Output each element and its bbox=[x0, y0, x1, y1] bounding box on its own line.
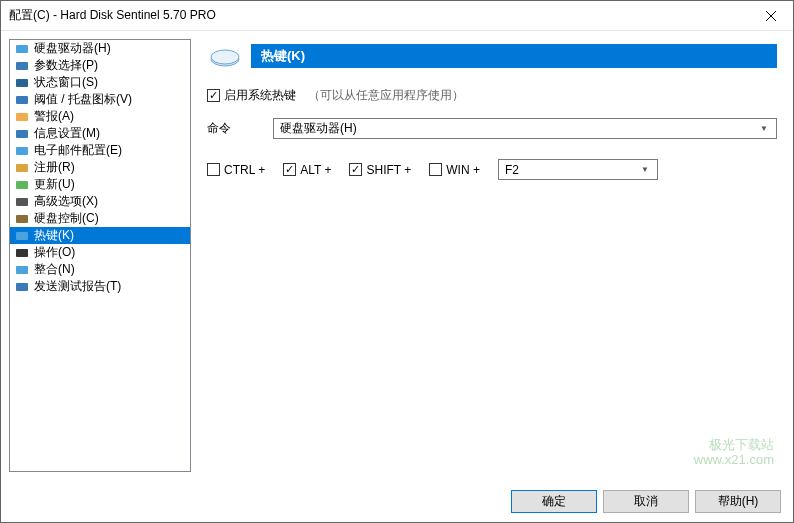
sidebar-item-11[interactable]: 热键(K) bbox=[10, 227, 190, 244]
sidebar-item-label: 参数选择(P) bbox=[34, 57, 98, 74]
sidebar-item-icon bbox=[14, 194, 30, 210]
panel-header: 热键(K) bbox=[207, 43, 777, 69]
sidebar-item-icon bbox=[14, 177, 30, 193]
sidebar-item-icon bbox=[14, 245, 30, 261]
enable-hotkey-note: （可以从任意应用程序使用） bbox=[308, 87, 464, 104]
sidebar-item-13[interactable]: 整合(N) bbox=[10, 261, 190, 278]
sidebar-item-icon bbox=[14, 160, 30, 176]
sidebar-item-icon bbox=[14, 109, 30, 125]
command-label: 命令 bbox=[207, 120, 267, 137]
hotkey-header-icon bbox=[207, 43, 243, 69]
help-button[interactable]: 帮助(H) bbox=[695, 490, 781, 513]
svg-rect-2 bbox=[16, 79, 28, 87]
sidebar-item-label: 警报(A) bbox=[34, 108, 74, 125]
sidebar-item-label: 电子邮件配置(E) bbox=[34, 142, 122, 159]
modifier-row: CTRL + ALT + SHIFT + WIN + bbox=[207, 159, 777, 180]
svg-rect-4 bbox=[16, 113, 28, 121]
ctrl-checkbox[interactable]: CTRL + bbox=[207, 163, 265, 177]
svg-rect-12 bbox=[16, 249, 28, 257]
enable-hotkey-check-icon bbox=[207, 89, 220, 102]
svg-rect-9 bbox=[16, 198, 28, 206]
alt-check-icon bbox=[283, 163, 296, 176]
sidebar-item-0[interactable]: 硬盘驱动器(H) bbox=[10, 40, 190, 57]
sidebar-item-icon bbox=[14, 41, 30, 57]
svg-rect-14 bbox=[16, 283, 28, 291]
sidebar-item-label: 状态窗口(S) bbox=[34, 74, 98, 91]
sidebar-item-9[interactable]: 高级选项(X) bbox=[10, 193, 190, 210]
panel-title: 热键(K) bbox=[251, 44, 777, 68]
sidebar-item-12[interactable]: 操作(O) bbox=[10, 244, 190, 261]
sidebar-item-5[interactable]: 信息设置(M) bbox=[10, 125, 190, 142]
sidebar-item-label: 热键(K) bbox=[34, 227, 74, 244]
svg-rect-13 bbox=[16, 266, 28, 274]
sidebar-item-8[interactable]: 更新(U) bbox=[10, 176, 190, 193]
window-title: 配置(C) - Hard Disk Sentinel 5.70 PRO bbox=[9, 7, 748, 24]
sidebar-item-label: 硬盘驱动器(H) bbox=[34, 40, 111, 57]
sidebar-item-label: 发送测试报告(T) bbox=[34, 278, 121, 295]
footer: 确定 取消 帮助(H) bbox=[1, 480, 793, 522]
svg-rect-6 bbox=[16, 147, 28, 155]
svg-rect-3 bbox=[16, 96, 28, 104]
ctrl-label: CTRL + bbox=[224, 163, 265, 177]
sidebar-item-label: 整合(N) bbox=[34, 261, 75, 278]
alt-label: ALT + bbox=[300, 163, 331, 177]
enable-hotkey-label: 启用系统热键 bbox=[224, 87, 296, 104]
sidebar-item-14[interactable]: 发送测试报告(T) bbox=[10, 278, 190, 295]
sidebar-item-label: 硬盘控制(C) bbox=[34, 210, 99, 227]
modifier-group: CTRL + ALT + SHIFT + WIN + bbox=[207, 159, 658, 180]
win-checkbox[interactable]: WIN + bbox=[429, 163, 480, 177]
sidebar-item-icon bbox=[14, 279, 30, 295]
close-button[interactable] bbox=[748, 1, 793, 30]
sidebar-item-icon bbox=[14, 143, 30, 159]
ok-button[interactable]: 确定 bbox=[511, 490, 597, 513]
enable-row: 启用系统热键 （可以从任意应用程序使用） bbox=[207, 87, 777, 104]
chevron-down-icon: ▼ bbox=[637, 165, 653, 174]
titlebar: 配置(C) - Hard Disk Sentinel 5.70 PRO bbox=[1, 1, 793, 31]
config-window: 配置(C) - Hard Disk Sentinel 5.70 PRO 硬盘驱动… bbox=[0, 0, 794, 523]
sidebar-item-label: 更新(U) bbox=[34, 176, 75, 193]
sidebar: 硬盘驱动器(H)参数选择(P)状态窗口(S)阈值 / 托盘图标(V)警报(A)信… bbox=[9, 39, 191, 472]
sidebar-item-2[interactable]: 状态窗口(S) bbox=[10, 74, 190, 91]
sidebar-item-7[interactable]: 注册(R) bbox=[10, 159, 190, 176]
svg-rect-8 bbox=[16, 181, 28, 189]
cancel-button[interactable]: 取消 bbox=[603, 490, 689, 513]
key-dropdown-value: F2 bbox=[505, 163, 637, 177]
sidebar-item-label: 阈值 / 托盘图标(V) bbox=[34, 91, 132, 108]
chevron-down-icon: ▼ bbox=[756, 124, 772, 133]
sidebar-item-label: 注册(R) bbox=[34, 159, 75, 176]
svg-rect-1 bbox=[16, 62, 28, 70]
sidebar-item-label: 操作(O) bbox=[34, 244, 75, 261]
sidebar-item-1[interactable]: 参数选择(P) bbox=[10, 57, 190, 74]
command-dropdown-value: 硬盘驱动器(H) bbox=[280, 120, 756, 137]
sidebar-item-icon bbox=[14, 126, 30, 142]
sidebar-item-icon bbox=[14, 92, 30, 108]
sidebar-item-6[interactable]: 电子邮件配置(E) bbox=[10, 142, 190, 159]
sidebar-item-label: 高级选项(X) bbox=[34, 193, 98, 210]
svg-rect-11 bbox=[16, 232, 28, 240]
svg-rect-5 bbox=[16, 130, 28, 138]
content-area: 硬盘驱动器(H)参数选择(P)状态窗口(S)阈值 / 托盘图标(V)警报(A)信… bbox=[1, 31, 793, 480]
sidebar-item-icon bbox=[14, 58, 30, 74]
svg-rect-10 bbox=[16, 215, 28, 223]
alt-checkbox[interactable]: ALT + bbox=[283, 163, 331, 177]
svg-rect-0 bbox=[16, 45, 28, 53]
close-icon bbox=[766, 11, 776, 21]
shift-label: SHIFT + bbox=[366, 163, 411, 177]
win-check-icon bbox=[429, 163, 442, 176]
sidebar-item-label: 信息设置(M) bbox=[34, 125, 100, 142]
sidebar-item-icon bbox=[14, 75, 30, 91]
ctrl-check-icon bbox=[207, 163, 220, 176]
command-dropdown[interactable]: 硬盘驱动器(H) ▼ bbox=[273, 118, 777, 139]
sidebar-item-icon bbox=[14, 228, 30, 244]
shift-checkbox[interactable]: SHIFT + bbox=[349, 163, 411, 177]
sidebar-item-10[interactable]: 硬盘控制(C) bbox=[10, 210, 190, 227]
key-dropdown[interactable]: F2 ▼ bbox=[498, 159, 658, 180]
sidebar-item-4[interactable]: 警报(A) bbox=[10, 108, 190, 125]
command-row: 命令 硬盘驱动器(H) ▼ bbox=[207, 118, 777, 139]
win-label: WIN + bbox=[446, 163, 480, 177]
main-panel: 热键(K) 启用系统热键 （可以从任意应用程序使用） 命令 硬盘驱动器(H) ▼ bbox=[199, 39, 785, 472]
sidebar-item-3[interactable]: 阈值 / 托盘图标(V) bbox=[10, 91, 190, 108]
enable-hotkey-checkbox[interactable]: 启用系统热键 bbox=[207, 87, 296, 104]
sidebar-item-icon bbox=[14, 262, 30, 278]
svg-rect-7 bbox=[16, 164, 28, 172]
